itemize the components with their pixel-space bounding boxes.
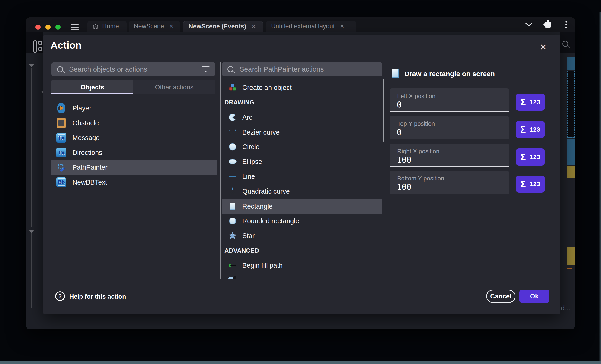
tab-label: Home [102,23,119,30]
tab-label: Untitled external layout [271,23,335,30]
tab-newscene[interactable]: NewScene ✕ [129,21,180,32]
tab-newscene-events[interactable]: NewScene (Events) ✕ [183,21,263,32]
player-object-icon [56,103,66,114]
tab-close-icon[interactable]: ✕ [169,23,174,29]
dialog-title: Action [50,40,82,51]
tab-objects-label: Objects [80,84,104,91]
tab-other-actions-label: Other actions [155,84,194,91]
tab-label: NewScene [134,23,164,30]
search-actions-input[interactable] [239,65,377,73]
field-top-y-position[interactable]: Top Y position 0 [390,116,509,139]
tab-close-icon[interactable]: ✕ [251,23,256,30]
search-objects-input[interactable] [69,65,196,73]
field-value[interactable]: 100 [397,155,411,164]
chevron-down-icon[interactable] [524,17,534,32]
action-row-circle[interactable]: Circle [222,139,382,154]
action-row-star[interactable]: Star [222,228,382,243]
tab-objects[interactable]: Objects [51,80,133,95]
object-label: Message [72,134,100,142]
toggle-panels-icon[interactable] [33,40,42,53]
event-drop-target [567,71,575,138]
event-tree-guide [31,68,32,227]
action-label: Star [242,232,255,240]
close-window-button[interactable] [35,25,40,30]
action-label: Quadratic curve [242,188,290,195]
field-value[interactable]: 100 [397,182,411,192]
field-value[interactable]: 0 [397,128,401,137]
selected-action-icon [392,69,399,78]
action-row-create-object[interactable]: Create an object [222,80,382,95]
tab-untitled-external-layout[interactable]: Untitled external layout ✕ [266,21,356,32]
extensions-puzzle-icon[interactable] [543,17,553,32]
numbers-badge: 123 [530,99,540,106]
tab-other-actions[interactable]: Other actions [133,80,215,95]
object-row-directions[interactable]: Tx Directions [51,145,217,160]
pathpainter-object-icon [56,162,66,173]
desktop-wallpaper-strip [0,362,601,364]
close-dialog-icon[interactable]: ✕ [538,42,549,53]
object-row-newbbtext[interactable]: Bb NewBBText [51,175,217,190]
object-row-message[interactable]: Tx Message [51,130,217,145]
field-label: Bottom Y position [397,175,444,182]
action-row-arc[interactable]: Arc [222,110,382,125]
action-label: Rounded rectangle [242,217,299,225]
expression-builder-button[interactable]: Σ 123 [516,121,545,138]
expression-builder-button[interactable]: Σ 123 [516,175,545,193]
minimize-window-button[interactable] [45,25,50,30]
search-icon [57,66,63,72]
tab-close-icon[interactable]: ✕ [340,23,344,29]
zoom-window-button[interactable] [55,25,60,30]
help-link[interactable]: Help for this action [69,293,126,300]
rectangle-icon [228,202,237,211]
action-row-quadratic-curve[interactable]: Quadratic curve [222,184,382,199]
field-right-x-position[interactable]: Right X position 100 [390,144,509,167]
numbers-badge: 123 [530,153,540,161]
cancel-button[interactable]: Cancel [486,290,515,303]
event-condition-block [567,57,575,70]
object-label: Directions [72,149,102,156]
object-row-obstacle[interactable]: Obstacle [51,115,217,130]
bbtext-object-icon: Bb [56,177,66,188]
quadratic-curve-icon [228,187,237,195]
filter-icon[interactable] [202,67,210,72]
expression-builder-button[interactable]: Σ 123 [516,148,545,166]
action-row-bezier-curve[interactable]: Bezier curve [222,125,382,140]
help-icon[interactable]: ? [55,291,65,301]
action-row-ellipse[interactable]: Ellipse [222,154,382,169]
event-condition-block [567,139,575,165]
selected-action-heading: Draw a rectangle on screen [404,70,495,78]
action-row-begin-fill-path[interactable]: Begin fill path [222,258,382,273]
action-label: Circle [242,143,260,151]
object-row-player[interactable]: Player [51,101,217,115]
field-value[interactable]: 0 [397,100,401,109]
action-row-rounded-rectangle[interactable]: Rounded rectangle [222,213,382,228]
action-row-line[interactable]: Line [222,169,382,184]
text-object-icon: Tx [56,147,66,158]
action-label: Begin fill path [242,262,283,269]
expression-builder-button[interactable]: Σ 123 [516,94,545,111]
section-header-advanced: ADVANCED [224,247,259,254]
app-window: Home NewScene ✕ NewScene (Events) ✕ Unti… [26,17,575,329]
field-left-x-position[interactable]: Left X position 0 [390,88,509,112]
field-label: Right X position [397,148,439,155]
ok-button[interactable]: Ok [519,290,549,303]
action-label: Arc [242,114,252,121]
field-label: Top Y position [397,120,435,127]
events-search-icon[interactable] [562,41,568,47]
event-collapse-arrow[interactable] [29,64,34,67]
kebab-menu-icon[interactable] [561,17,571,32]
event-action-block [567,247,575,265]
action-row-rectangle[interactable]: Rectangle [222,199,382,214]
main-menu-icon[interactable] [71,24,79,30]
arc-icon [228,113,237,122]
event-collapse-arrow[interactable] [29,230,34,233]
text-object-icon: Tx [56,132,66,143]
action-label: Line [242,173,255,180]
event-action-block [567,166,575,178]
actions-scrollbar-thumb[interactable] [383,79,384,142]
field-bottom-y-position[interactable]: Bottom Y position 100 [390,171,509,194]
object-label: PathPainter [72,164,108,171]
object-row-pathpainter[interactable]: PathPainter [51,160,217,175]
numbers-badge: 123 [530,126,540,133]
tab-home[interactable]: Home [87,21,127,32]
